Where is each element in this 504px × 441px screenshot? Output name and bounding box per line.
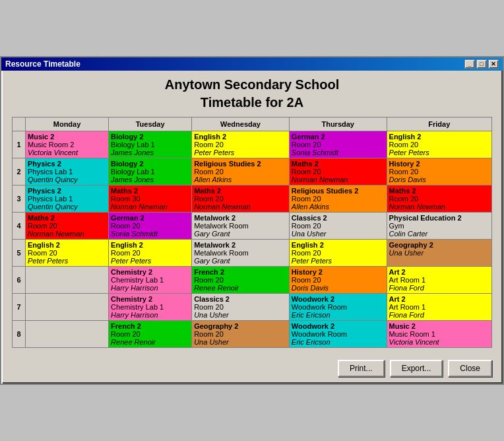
cell-subject: Chemistry 2 bbox=[111, 295, 189, 303]
timetable-cell[interactable]: Classics 2Room 20Una Usher bbox=[289, 213, 387, 240]
cell-room: Physics Lab 1 bbox=[28, 195, 106, 203]
cell-teacher: Peter Peters bbox=[292, 257, 385, 265]
timetable-cell[interactable]: English 2Room 20Peter Peters bbox=[387, 131, 491, 158]
timetable-cell[interactable]: Geography 2Room 20Una Usher bbox=[192, 321, 290, 348]
cell-subject: Classics 2 bbox=[292, 214, 385, 222]
cell-teacher: Allen Atkins bbox=[194, 176, 287, 184]
timetable-cell[interactable]: Geography 2Una Usher bbox=[387, 240, 491, 267]
timetable-cell[interactable]: Physics 2Physics Lab 1Quentin Quincy bbox=[26, 186, 109, 213]
table-row: 5English 2Room 20Peter PetersEnglish 2Ro… bbox=[13, 240, 492, 267]
cell-teacher: Peter Peters bbox=[28, 257, 106, 265]
cell-room: Room 20 bbox=[194, 276, 287, 284]
minimize-button[interactable]: _ bbox=[464, 59, 475, 69]
table-row: 1Music 2Music Room 2Victoria VincentBiol… bbox=[13, 131, 492, 158]
period-number: 8 bbox=[13, 321, 26, 348]
timetable-cell[interactable]: Biology 2Biology Lab 1James Jones bbox=[109, 158, 192, 186]
cell-teacher: Renee Renoir bbox=[111, 338, 189, 346]
close-window-button[interactable]: ✕ bbox=[488, 59, 499, 69]
timetable-cell[interactable]: Classics 2Room 20Una Usher bbox=[192, 294, 290, 321]
timetable-cell[interactable]: Maths 2Room 20Norman Newman bbox=[289, 158, 387, 186]
cell-teacher: Renee Renoir bbox=[194, 284, 287, 292]
timetable-cell[interactable] bbox=[26, 267, 109, 294]
cell-subject: Geography 2 bbox=[389, 241, 489, 249]
cell-room: Room 20 bbox=[194, 303, 287, 311]
cell-teacher: Fiona Ford bbox=[389, 284, 489, 292]
cell-room: Room 20 bbox=[111, 249, 189, 257]
cell-subject: Classics 2 bbox=[194, 295, 287, 303]
timetable-cell[interactable]: English 2Room 20Peter Peters bbox=[109, 240, 192, 267]
cell-room: Room 20 bbox=[389, 168, 489, 176]
cell-teacher: Quentin Quincy bbox=[28, 176, 106, 184]
cell-teacher: Gary Grant bbox=[194, 230, 287, 238]
cell-teacher: Victoria Vincent bbox=[389, 338, 489, 346]
cell-room: Gym bbox=[389, 222, 489, 230]
table-row: 2Physics 2Physics Lab 1Quentin QuincyBio… bbox=[13, 158, 492, 186]
cell-subject: Woodwork 2 bbox=[292, 322, 385, 330]
print-button[interactable]: Print... bbox=[338, 360, 385, 377]
timetable-cell[interactable]: Chemistry 2Chemistry Lab 1Harry Harrison bbox=[109, 267, 192, 294]
timetable-cell[interactable]: English 2Room 20Peter Peters bbox=[192, 131, 290, 158]
timetable-cell[interactable]: Maths 2Room 20Norman Newman bbox=[26, 213, 109, 240]
timetable-cell[interactable]: Chemistry 2Chemistry Lab 1Harry Harrison bbox=[109, 294, 192, 321]
timetable-cell[interactable]: French 2Room 20Renee Renoir bbox=[192, 267, 290, 294]
timetable-cell[interactable]: Art 2Art Room 1Fiona Ford bbox=[387, 267, 491, 294]
timetable-cell[interactable] bbox=[26, 294, 109, 321]
cell-teacher: Colin Carter bbox=[389, 230, 489, 238]
timetable-cell[interactable]: German 2Room 20Sonia Schmidt bbox=[289, 131, 387, 158]
timetable-cell[interactable]: Metalwork 2Metalwork RoomGary Grant bbox=[192, 240, 290, 267]
timetable-cell[interactable]: English 2Room 20Peter Peters bbox=[289, 240, 387, 267]
cell-teacher: Una Usher bbox=[292, 230, 385, 238]
cell-subject: History 2 bbox=[389, 160, 489, 168]
cell-subject: Maths 2 bbox=[28, 214, 106, 222]
timetable-cell[interactable]: Maths 2Room 20Norman Newman bbox=[192, 186, 290, 213]
close-button[interactable]: Close bbox=[448, 360, 492, 377]
timetable-cell[interactable]: English 2Room 20Peter Peters bbox=[26, 240, 109, 267]
cell-subject: English 2 bbox=[292, 241, 385, 249]
cell-subject: Woodwork 2 bbox=[292, 295, 385, 303]
cell-room: Biology Lab 1 bbox=[111, 168, 189, 176]
cell-teacher: Norman Newman bbox=[292, 176, 385, 184]
timetable-cell[interactable]: Maths 2Room 20Norman Newman bbox=[387, 186, 491, 213]
maximize-button[interactable]: □ bbox=[476, 59, 487, 69]
timetable-cell[interactable]: Metalwork 2Metalwork RoomGary Grant bbox=[192, 213, 290, 240]
timetable-cell[interactable]: Religious Studies 2Room 20Allen Atkins bbox=[289, 186, 387, 213]
cell-subject: Religious Studies 2 bbox=[292, 187, 385, 195]
cell-teacher: Allen Atkins bbox=[292, 203, 385, 211]
cell-room: Woodwork Room bbox=[292, 330, 385, 338]
timetable-cell[interactable]: French 2Room 20Renee Renoir bbox=[109, 321, 192, 348]
timetable-cell[interactable]: Music 2Music Room 1Victoria Vincent bbox=[387, 321, 491, 348]
timetable-cell[interactable]: Music 2Music Room 2Victoria Vincent bbox=[26, 131, 109, 158]
cell-room: Room 20 bbox=[389, 195, 489, 203]
cell-teacher: Eric Ericson bbox=[292, 338, 385, 346]
period-number: 1 bbox=[13, 131, 26, 158]
timetable-cell[interactable]: History 2Room 20Doris Davis bbox=[289, 267, 387, 294]
timetable-cell[interactable]: Biology 2Biology Lab 1James Jones bbox=[109, 131, 192, 158]
cell-teacher: Eric Ericson bbox=[292, 311, 385, 319]
timetable-cell[interactable]: German 2Room 20Sonia Schmidt bbox=[109, 213, 192, 240]
cell-room: Room 20 bbox=[194, 168, 287, 176]
period-number: 4 bbox=[13, 213, 26, 240]
cell-teacher: Norman Newman bbox=[111, 203, 189, 211]
main-window: Resource Timetable _ □ ✕ Anytown Seconda… bbox=[0, 56, 504, 385]
period-number: 6 bbox=[13, 267, 26, 294]
timetable-cell[interactable]: Physical Education 2GymColin Carter bbox=[387, 213, 491, 240]
title-bar-buttons: _ □ ✕ bbox=[464, 59, 499, 69]
cell-subject: History 2 bbox=[292, 268, 385, 276]
cell-room: Metalwork Room bbox=[194, 222, 287, 230]
timetable-cell[interactable]: History 2Room 20Doris Davis bbox=[387, 158, 491, 186]
timetable-cell[interactable]: Maths 2Room 30Norman Newman bbox=[109, 186, 192, 213]
cell-room: Room 20 bbox=[111, 330, 189, 338]
cell-subject: Maths 2 bbox=[194, 187, 287, 195]
timetable-cell[interactable]: Woodwork 2Woodwork RoomEric Ericson bbox=[289, 321, 387, 348]
timetable-cell[interactable] bbox=[26, 321, 109, 348]
period-number: 7 bbox=[13, 294, 26, 321]
export-button[interactable]: Export... bbox=[390, 360, 443, 377]
timetable-cell[interactable]: Woodwork 2Woodwork RoomEric Ericson bbox=[289, 294, 387, 321]
cell-room: Chemistry Lab 1 bbox=[111, 276, 189, 284]
timetable-cell[interactable]: Physics 2Physics Lab 1Quentin Quincy bbox=[26, 158, 109, 186]
timetable-cell[interactable]: Religious Studies 2Room 20Allen Atkins bbox=[192, 158, 290, 186]
cell-room: Art Room 1 bbox=[389, 303, 489, 311]
window-title: Resource Timetable bbox=[5, 59, 80, 69]
timetable-subtitle: Timetable for 2A bbox=[12, 95, 492, 110]
timetable-cell[interactable]: Art 2Art Room 1Fiona Ford bbox=[387, 294, 491, 321]
